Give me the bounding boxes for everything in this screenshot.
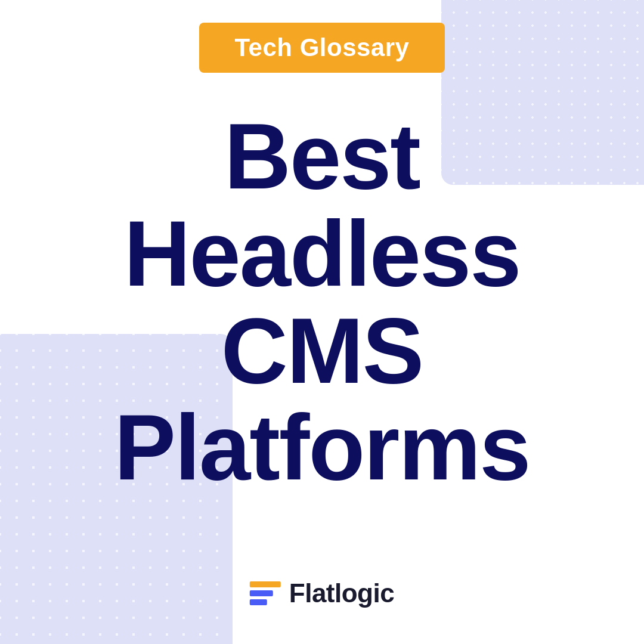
logo-bar-blue-medium [250, 590, 273, 596]
badge-container: Tech Glossary [199, 23, 445, 73]
page-container: Tech Glossary Best Headless CMS Platform… [0, 0, 644, 644]
logo-bar-orange [250, 581, 281, 587]
title-line-1: Best [114, 109, 530, 206]
logo-container: Flatlogic [250, 578, 394, 608]
tech-glossary-badge: Tech Glossary [199, 23, 445, 73]
main-title: Best Headless CMS Platforms [114, 109, 530, 497]
logo-bar-blue-short [250, 599, 267, 605]
title-line-2: Headless [114, 206, 530, 303]
title-line-4: Platforms [114, 400, 530, 497]
flatlogic-logo-icon [250, 581, 281, 605]
flatlogic-logo-text: Flatlogic [289, 578, 394, 608]
title-line-3: CMS [114, 303, 530, 400]
